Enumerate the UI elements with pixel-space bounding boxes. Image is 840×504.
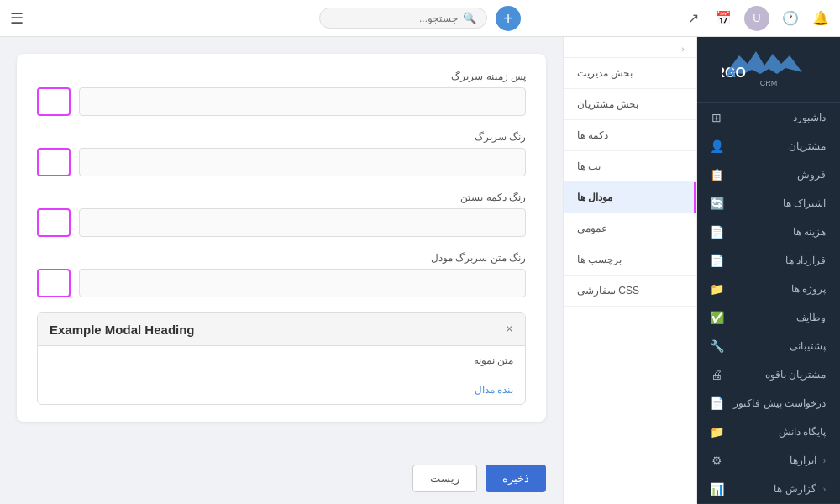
search-icon: 🔍 (463, 12, 476, 24)
form-fields-container: پس زمینه سربرگ رنگ سربرگ رنگ دکمه بستن ر… (37, 71, 526, 405)
save-button[interactable]: ذخیره (486, 465, 546, 492)
color-picker-user-background[interactable] (37, 87, 71, 116)
sidebar-item-projects[interactable]: پروژه ها 📁 (697, 275, 840, 303)
clock-icon[interactable]: 🕐 (781, 9, 800, 28)
sidebar-item-invoice-requests[interactable]: درخواست پیش فاکتور 📄 (697, 389, 840, 417)
nav-icon-reports: 📊 (709, 482, 724, 496)
bell-icon[interactable]: 🔔 (811, 9, 830, 28)
nav-items-container: داشبورد ⊞ مشتریان 👤 فروش 📋 اشتراک ها 🔄 ه… (697, 103, 840, 504)
submenu-item-tags[interactable]: برچسب ها (564, 244, 696, 276)
form-card: پس زمینه سربرگ رنگ سربرگ رنگ دکمه بستن ر… (17, 54, 546, 422)
modal-body: متن نمونه (38, 346, 525, 375)
sidebar-item-support[interactable]: پشتیبانی 🔧 (697, 332, 840, 360)
submenu-item-css[interactable]: CSS سفارشی (564, 276, 696, 307)
nav-label-invoice-requests: درخواست پیش فاکتور (731, 397, 826, 409)
nav-label-tools: ابزارها (731, 454, 816, 466)
share-icon[interactable]: ↗ (684, 9, 702, 28)
content-wrapper: پس زمینه سربرگ رنگ سربرگ رنگ دکمه بستن ر… (0, 37, 563, 504)
form-input-modal-text-color[interactable] (79, 269, 526, 297)
chevron-icon: ‹ (823, 485, 826, 494)
crm-label: CRM (722, 79, 815, 87)
top-header: 🔔 🕐 U 📅 ↗ + 🔍 ☰ (0, 0, 840, 37)
sub-menu-container: بخش مدیریتبخش مشتریاندکمه هاتب هامودال ه… (564, 58, 696, 307)
nav-icon-invoice-requests: 📄 (709, 396, 724, 410)
submenu-collapse-arrow[interactable]: ‹ (564, 37, 696, 58)
svg-text:A: A (726, 66, 736, 79)
avatar[interactable]: U (744, 6, 769, 31)
nav-icon-dashboard: ⊞ (709, 111, 724, 124)
main-layout: RGO A CRM داشبورد ⊞ مشتریان 👤 فروش 📋 اشت… (0, 37, 840, 504)
content-area: پس زمینه سربرگ رنگ سربرگ رنگ دکمه بستن ر… (0, 37, 563, 453)
form-label-modal-text-color: رنگ متن سربرگ مودل (37, 252, 526, 264)
form-input-user-background[interactable] (79, 87, 526, 116)
sidebar-item-subscriptions[interactable]: اشتراک ها 🔄 (697, 189, 840, 218)
modal-header-bar: × Example Modal Heading (38, 313, 525, 346)
nav-label-reports: گزارش ها (731, 483, 816, 495)
nav-label-support: پشتیبانی (731, 340, 826, 352)
form-label-user-background: پس زمینه سربرگ (37, 71, 526, 82)
search-input[interactable] (330, 13, 458, 24)
modal-close-x-button[interactable]: × (506, 322, 513, 337)
sidebar-item-reports[interactable]: ‹ گزارش ها 📊 (697, 475, 840, 503)
submenu-item-management[interactable]: بخش مدیریت (564, 58, 696, 89)
submenu-item-general[interactable]: عمومی (564, 213, 696, 244)
form-field-user-color: رنگ سربرگ (37, 131, 526, 176)
logo-area: RGO A CRM (697, 37, 840, 103)
form-label-user-color: رنگ سربرگ (37, 131, 526, 143)
modal-footer: بنده مدال (38, 375, 525, 404)
menu-icon[interactable]: ☰ (10, 9, 24, 28)
submenu-item-customers-section[interactable]: بخش مشتریان (564, 89, 696, 120)
nav-label-projects: پروژه ها (731, 283, 826, 295)
sidebar-item-tasks[interactable]: وظایف ✅ (697, 303, 840, 332)
nav-icon-customers: 👤 (709, 139, 724, 153)
chevron-icon: ‹ (823, 456, 826, 465)
nav-icon-knowledge: 📁 (709, 425, 724, 438)
form-row-user-background (37, 87, 526, 116)
nav-label-contracts: قرارداد ها (731, 255, 826, 266)
submenu-item-tabs[interactable]: تب ها (564, 151, 696, 182)
form-row-user-color (37, 148, 526, 176)
nav-icon-support: 🔧 (709, 339, 724, 353)
nav-label-knowledge: پایگاه دانش (731, 426, 826, 438)
nav-icon-subscriptions: 🔄 (709, 197, 724, 210)
logo-svg: RGO A (722, 47, 815, 79)
color-picker-modal-text-color[interactable] (37, 269, 71, 297)
sidebar-item-tools[interactable]: ‹ ابزارها ⚙ (697, 446, 840, 475)
form-row-modal-text-color (37, 269, 526, 297)
nav-label-vip-customers: مشتریان باقوه (731, 369, 826, 381)
nav-icon-sales: 📋 (709, 168, 724, 181)
sidebar-item-customers[interactable]: مشتریان 👤 (697, 132, 840, 160)
nav-icon-vip-customers: 🖨 (709, 368, 724, 381)
nav-label-customers: مشتریان (731, 140, 826, 152)
form-field-user-background: پس زمینه سربرگ (37, 71, 526, 116)
nav-icon-tools: ⚙ (709, 454, 724, 467)
sub-menu-panel: ‹ بخش مدیریتبخش مشتریاندکمه هاتب هامودال… (563, 37, 697, 504)
form-input-user-color[interactable] (79, 148, 526, 176)
nav-icon-tasks: ✅ (709, 311, 724, 324)
calendar-icon[interactable]: 📅 (714, 9, 732, 28)
bottom-buttons: ذخیره ریست (0, 453, 563, 504)
sidebar-item-contracts[interactable]: قرارداد ها 📄 (697, 246, 840, 275)
header-right: ☰ (10, 9, 24, 28)
sidebar-item-dashboard[interactable]: داشبورد ⊞ (697, 103, 840, 132)
color-picker-user-color[interactable] (37, 148, 71, 176)
sidebar-item-knowledge[interactable]: پایگاه دانش 📁 (697, 417, 840, 446)
sidebar-item-sales[interactable]: فروش 📋 (697, 160, 840, 189)
modal-heading: Example Modal Heading (50, 323, 195, 337)
submenu-item-buttons[interactable]: دکمه ها (564, 120, 696, 151)
nav-icon-projects: 📁 (709, 282, 724, 296)
right-sidebar: RGO A CRM داشبورد ⊞ مشتریان 👤 فروش 📋 اشت… (697, 37, 840, 504)
nav-icon-expenses: 📄 (709, 225, 724, 239)
modal-preview: × Example Modal Heading متن نمونه بنده م… (37, 312, 526, 405)
submenu-item-modals[interactable]: مودال ها (564, 182, 696, 213)
search-bar: 🔍 (319, 8, 487, 29)
add-button[interactable]: + (496, 6, 521, 31)
form-row-close-btn-color (37, 208, 526, 237)
form-label-close-btn-color: رنگ دکمه بستن (37, 192, 526, 203)
modal-footer-close-link[interactable]: بنده مدال (475, 384, 513, 396)
color-picker-close-btn-color[interactable] (37, 208, 71, 237)
sidebar-item-expenses[interactable]: هزینه ها 📄 (697, 218, 840, 246)
form-input-close-btn-color[interactable] (79, 208, 526, 237)
reset-button[interactable]: ریست (412, 465, 477, 492)
sidebar-item-vip-customers[interactable]: مشتریان باقوه 🖨 (697, 360, 840, 389)
